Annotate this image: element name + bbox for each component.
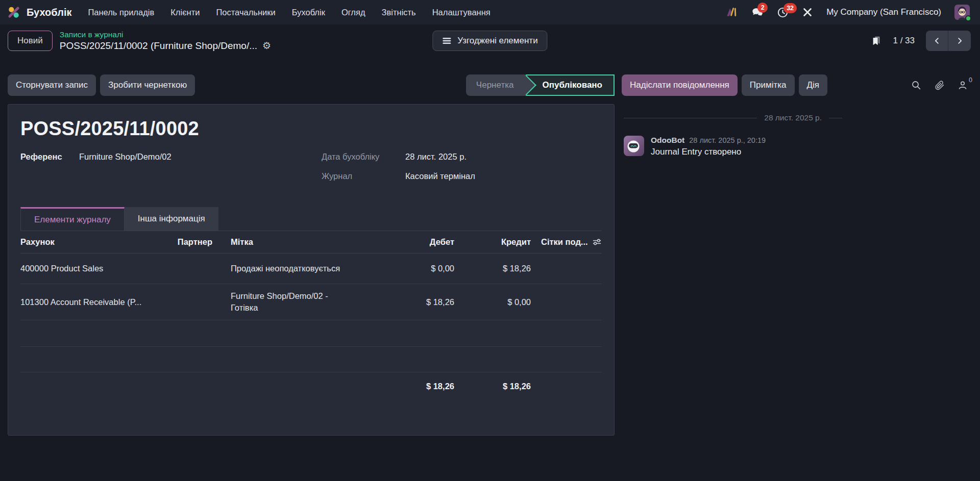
new-button[interactable]: Новий: [8, 31, 53, 51]
pager-value[interactable]: 1 / 33: [893, 36, 915, 46]
record-title: POSS/2025/11/0002: [20, 118, 602, 140]
pager-next-button[interactable]: [948, 31, 971, 51]
gear-icon[interactable]: ⚙: [262, 41, 271, 50]
column-header-debit[interactable]: Дебет: [383, 237, 454, 247]
pager-previous-button[interactable]: [926, 31, 948, 51]
attachments-icon[interactable]: [934, 80, 945, 91]
activities-icon[interactable]: 32: [777, 7, 789, 18]
odoobot-avatar[interactable]: [624, 136, 644, 157]
navbar-menu-item[interactable]: Огляд: [341, 8, 365, 17]
hamburger-icon: [442, 36, 451, 45]
breadcrumb: Записи в журналі POSS/2025/11/0002 (Furn…: [60, 30, 271, 52]
navbar-menu-item[interactable]: Бухоблік: [292, 8, 325, 17]
navbar-menu-item[interactable]: Панель приладів: [88, 8, 154, 17]
top-navbar: Бухоблік Панель приладівКлієнтиПостачаль…: [0, 0, 980, 24]
journal-label: Журнал: [322, 171, 405, 181]
column-header-tax-grids[interactable]: Сітки под...: [531, 237, 590, 247]
empty-table-row[interactable]: [20, 320, 602, 347]
notebook-tabs: Елементи журналу Інша інформація: [20, 207, 602, 231]
message-author[interactable]: OdooBot: [651, 136, 684, 145]
status-widget: Чернетка Опубліковано: [466, 74, 615, 96]
search-messages-icon[interactable]: [911, 80, 921, 90]
app-menu[interactable]: Бухоблік: [7, 6, 71, 19]
navbar-menu-item[interactable]: Клієнти: [170, 8, 200, 17]
tab-journal-items[interactable]: Елементи журналу: [20, 207, 125, 231]
journal-value[interactable]: Касовий термінал: [405, 171, 475, 181]
breadcrumb-current: POSS/2025/11/0002 (Furniture Shop/Demo/.…: [60, 40, 257, 52]
activities-badge: 32: [783, 3, 797, 13]
navbar-menu-item[interactable]: Постачальники: [216, 8, 275, 17]
reference-label: Референс: [20, 152, 79, 162]
optional-columns-icon[interactable]: [590, 237, 602, 247]
table-totals-row: $ 18,26 $ 18,26: [20, 372, 602, 391]
table-row[interactable]: 400000 Product Sales Продажі неоподатков…: [20, 254, 602, 284]
accounting-app-logo-icon: [7, 6, 20, 19]
total-credit: $ 18,26: [454, 382, 531, 391]
app-name: Бухоблік: [27, 7, 71, 18]
online-status-dot: [965, 15, 971, 21]
chatter-message: OdooBot 28 лист. 2025 р., 20:19 Journal …: [624, 136, 842, 157]
activity-button[interactable]: Дія: [799, 74, 828, 96]
tools-icon[interactable]: [802, 7, 813, 18]
message-thread: 28 лист. 2025 р.: [622, 113, 842, 157]
navbar-menu-item[interactable]: Налаштування: [432, 8, 491, 17]
total-debit: $ 18,26: [383, 382, 454, 391]
tab-other-info[interactable]: Інша інформація: [125, 207, 218, 231]
column-header-partner[interactable]: Партнер: [168, 237, 225, 247]
reconciled-items-button[interactable]: Узгоджені елементи: [432, 31, 547, 51]
chatter-panel: Надіслати повідомлення Примітка Дія: [615, 74, 980, 157]
control-panel: Новий Записи в журналі POSS/2025/11/0002…: [0, 24, 980, 57]
messages-badge: 2: [757, 3, 768, 13]
log-note-button[interactable]: Примітка: [742, 74, 795, 96]
table-row[interactable]: 101300 Account Receivable (P... Furnitur…: [20, 284, 602, 320]
empty-table-row[interactable]: [20, 347, 602, 372]
send-message-button[interactable]: Надіслати повідомлення: [622, 74, 738, 96]
message-timestamp: 28 лист. 2025 р., 20:19: [689, 136, 766, 144]
reverse-entry-button[interactable]: Сторнувати запис: [8, 74, 96, 96]
reference-value[interactable]: Furniture Shop/Demo/02: [79, 152, 172, 162]
table-header-row: Рахунок Партнер Мітка Дебет Кредит Сітки…: [20, 231, 602, 254]
followers-icon[interactable]: 0: [958, 80, 968, 90]
breadcrumb-parent-link[interactable]: Записи в журналі: [60, 30, 271, 39]
date-separator: 28 лист. 2025 р.: [624, 113, 842, 122]
statusbar-buttons: Сторнувати запис Зробити чернеткою Черне…: [8, 74, 615, 96]
status-step-posted[interactable]: Опубліковано: [526, 74, 615, 96]
column-header-credit[interactable]: Кредит: [454, 237, 531, 247]
user-avatar[interactable]: [954, 5, 970, 20]
company-switcher[interactable]: My Company (San Francisco): [826, 7, 941, 17]
column-header-account[interactable]: Рахунок: [20, 237, 168, 247]
accounting-date-value[interactable]: 28 лист. 2025 р.: [405, 152, 467, 162]
column-header-label[interactable]: Мітка: [225, 236, 383, 248]
form-sheet: POSS/2025/11/0002 Референс Furniture Sho…: [8, 104, 615, 436]
message-body: Journal Entry створено: [651, 147, 766, 157]
navbar-menu-item[interactable]: Звітність: [382, 8, 416, 17]
messages-icon[interactable]: 2: [751, 6, 764, 19]
reset-to-draft-button[interactable]: Зробити чернеткою: [100, 74, 195, 96]
accounting-date-label: Дата бухобліку: [322, 152, 405, 162]
followers-count: 0: [969, 77, 972, 84]
ai-icon[interactable]: [725, 6, 738, 18]
bookmark-icon[interactable]: [871, 36, 881, 46]
